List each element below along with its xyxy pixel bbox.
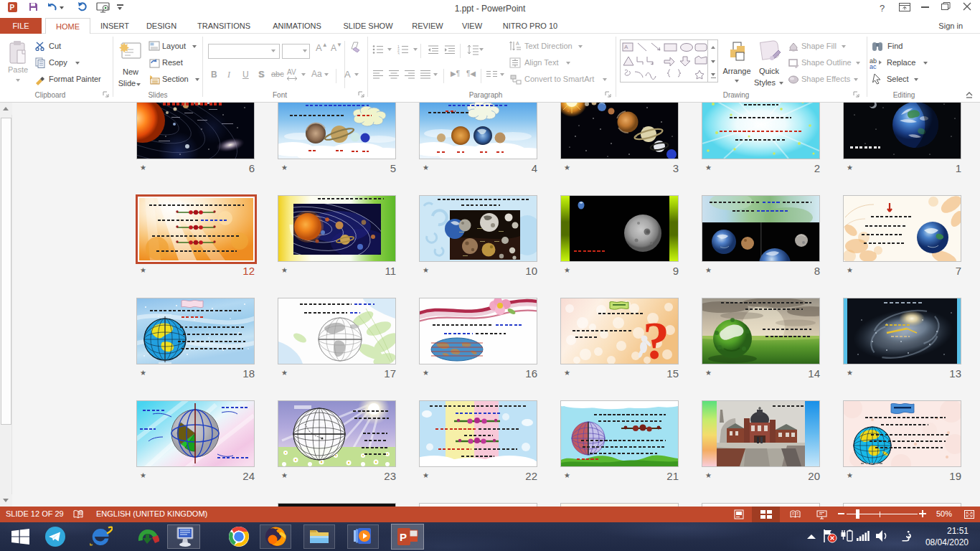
svg-text:3: 3 xyxy=(397,52,400,55)
svg-text:P: P xyxy=(400,531,407,543)
svg-text:A: A xyxy=(624,44,628,50)
svg-text:A: A xyxy=(516,41,519,46)
svg-text:P: P xyxy=(10,4,15,11)
svg-text:ac: ac xyxy=(870,63,877,69)
